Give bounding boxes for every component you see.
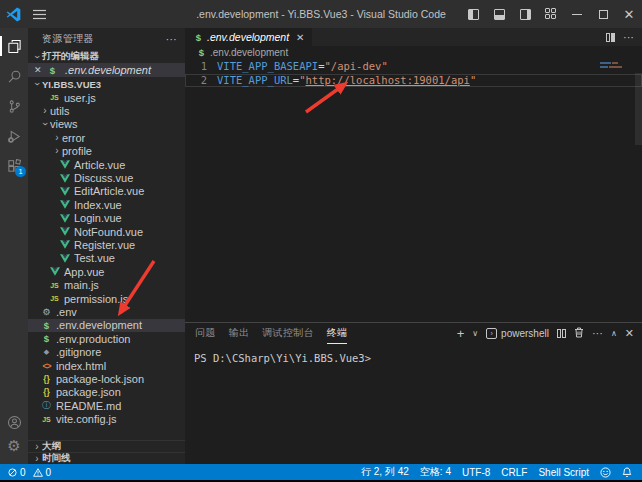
timeline-section-header[interactable]: › 时间线 [28,452,185,464]
project-section-header[interactable]: › YI.BBS.VUE3 [28,77,185,91]
panel-more-actions-icon[interactable]: ··· [592,328,603,339]
vue-file-icon [58,254,71,263]
terminal-prompt: PS D:\CSharp\Yi\Yi.BBS.Vue3> [194,352,371,364]
tree-item-user-js[interactable]: JSuser.js [28,91,185,104]
status-item-0[interactable]: 行 2, 列 42 [361,465,409,479]
panel-tab-item[interactable]: 问题 [195,323,216,344]
toggle-sidebar-icon[interactable] [460,0,486,28]
js-file-icon: JS [40,416,53,423]
open-editors-section-header[interactable]: › 打开的编辑器 [28,50,185,63]
editor-more-actions-icon[interactable]: ··· [623,31,634,43]
status-item-1[interactable]: 空格: 4 [420,465,451,479]
window-close-button[interactable]: ✕ [616,0,642,28]
tree-item-notfound-vue[interactable]: NotFound.vue [28,225,185,238]
status-item-2[interactable]: UTF-8 [462,467,490,478]
status-item-3[interactable]: CRLF [501,467,527,478]
file-name: main.js [64,279,99,291]
tree-item-index-html[interactable]: <>index.html [28,359,185,372]
terminal-profile-dropdown-icon[interactable]: ∨ [472,330,478,338]
terminal-powershell-item[interactable]: › powershell [486,328,549,339]
tree-item-utils[interactable]: ›utils [28,104,185,117]
line-number: 1 [185,60,207,74]
panel-tab-item[interactable]: 输出 [229,323,250,344]
tree-item-test-vue[interactable]: Test.vue [28,252,185,265]
sidebar-more-actions-icon[interactable]: ··· [166,34,177,45]
outline-section-header[interactable]: › 大纲 [28,440,185,452]
file-name: Register.vue [74,239,135,251]
tree-item--env-development[interactable]: $.env.development [28,319,185,332]
vue-file-icon [58,160,71,169]
panel-tab-terminal-active[interactable]: 终端 [327,323,348,344]
code-token: VITE_APP_URL [217,74,293,88]
split-editor-icon[interactable] [606,33,615,42]
tree-item-editarticle-vue[interactable]: EditArticle.vue [28,185,185,198]
editor-scrollbar[interactable] [635,73,642,145]
panel-header: 问题输出调试控制台终端 + ∨ › powershell ··· [185,323,642,344]
search-icon[interactable] [0,64,28,88]
tree-item-register-vue[interactable]: Register.vue [28,238,185,251]
tree-item-package-lock-json[interactable]: {}package-lock.json [28,372,185,385]
extensions-icon[interactable]: 1 [0,154,28,178]
tree-item-profile[interactable]: ›profile [28,145,185,158]
code-line-2[interactable]: 2VITE_APP_URL="http://localhost:19001/ap… [185,74,642,88]
tree-item-error[interactable]: ›error [28,131,185,144]
close-panel-icon[interactable]: ✕ [625,328,634,339]
kill-terminal-trash-icon[interactable] [574,327,584,340]
editor-content[interactable]: 1VITE_APP_BASEAPI="/api-dev"2VITE_APP_UR… [185,59,642,322]
chevron-right-icon: › [32,454,42,464]
customize-layout-icon[interactable] [538,0,564,28]
sidebar-title: 资源管理器 [42,32,94,46]
explorer-icon[interactable] [0,34,28,58]
status-item-4[interactable]: Shell Script [538,467,589,478]
file-name: package-lock.json [56,373,144,385]
code-link[interactable]: http://localhost:19001/api [306,74,470,88]
settings-gear-icon[interactable]: ⚙ [0,434,28,458]
tree-item-permission-js[interactable]: JSpermission.js [28,292,185,305]
tree-item-discuss-vue[interactable]: Discuss.vue [28,171,185,184]
tree-item--env-production[interactable]: $.env.production [28,332,185,345]
feedback-icon[interactable] [600,467,611,478]
tree-item-vite-config-js[interactable]: JSvite.config.js [28,412,185,425]
run-debug-icon[interactable] [0,124,28,148]
tree-item--env[interactable]: ⚙.env [28,305,185,318]
open-editor-item[interactable]: ✕ $ .env.development [28,63,185,77]
notifications-bell-icon[interactable] [622,467,632,478]
terminal-output[interactable]: PS D:\CSharp\Yi\Yi.BBS.Vue3> [185,344,642,464]
file-name: views [50,118,78,130]
line-number: 2 [185,74,207,88]
code-line-1[interactable]: 1VITE_APP_BASEAPI="/api-dev" [185,60,642,74]
maximize-panel-icon[interactable]: ∧ [611,330,617,338]
tab-env-development[interactable]: $ .env.development ✕ [185,28,312,46]
file-name: .env [56,306,77,318]
tree-item-login-vue[interactable]: Login.vue [28,212,185,225]
minimap[interactable] [600,62,630,70]
tree-item--gitignore[interactable]: ◆.gitignore [28,345,185,358]
window-minimize-button[interactable] [564,0,590,28]
close-icon[interactable]: ✕ [34,65,46,75]
problems-status[interactable]: 0 0 [8,467,51,478]
tree-item-views[interactable]: ›views [28,118,185,131]
panel-tab-item[interactable]: 调试控制台 [262,323,314,344]
source-control-icon[interactable] [0,94,28,118]
tree-item-main-js[interactable]: JSmain.js [28,278,185,291]
tree-item-readme-md[interactable]: ⓘREADME.md [28,399,185,412]
tab-close-icon[interactable]: ✕ [296,32,304,43]
chevron-down-icon: › [32,52,42,62]
tree-item-app-vue[interactable]: App.vue [28,265,185,278]
toggle-secondary-sidebar-icon[interactable] [512,0,538,28]
new-terminal-icon[interactable]: + [457,327,465,340]
vue-file-icon [58,240,71,249]
tree-item-package-json[interactable]: {}package.json [28,386,185,399]
account-icon[interactable] [0,410,28,434]
tree-item-index-vue[interactable]: Index.vue [28,198,185,211]
breadcrumb[interactable]: $ .env.development [185,46,642,59]
split-terminal-icon[interactable] [557,329,566,338]
menu-hamburger-icon[interactable] [26,9,52,20]
vue-file-icon [58,187,71,196]
file-name: Article.vue [74,159,125,171]
file-name: error [62,132,85,144]
window-maximize-button[interactable] [590,0,616,28]
tree-item-article-vue[interactable]: Article.vue [28,158,185,171]
toggle-panel-icon[interactable] [486,0,512,28]
warning-icon [33,468,43,477]
